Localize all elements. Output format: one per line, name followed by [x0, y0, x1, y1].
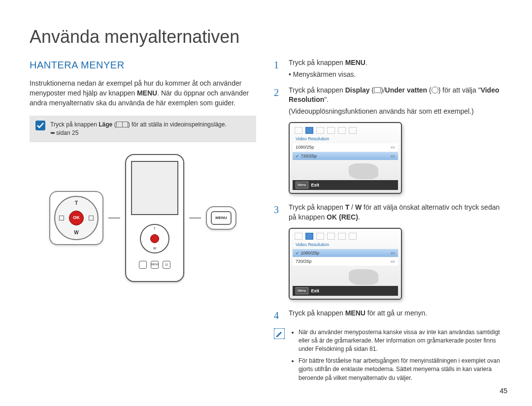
lcd-row-1: 720/25p▭ [293, 257, 398, 266]
step-number: 4 [274, 309, 283, 322]
step-number: 3 [274, 203, 283, 222]
page-title: Använda menyalternativen [30, 25, 502, 49]
lcd-screenshot-1: Video Resolution 1080/25p▭ ✓ 720/25p▭ Me… [289, 122, 402, 194]
underwater-icon [432, 87, 438, 94]
page-number: 45 [499, 386, 507, 396]
lcd-footer: MenuExit [293, 180, 398, 190]
lcd-tab-active [305, 233, 313, 240]
dpad-callout: OK T W [49, 191, 103, 245]
lcd-row-0-selected: ✓ 1080/25p▭ [293, 249, 398, 258]
camera-ok [150, 234, 159, 243]
hd-icon: ▭ [391, 153, 395, 159]
pencil-icon [274, 328, 285, 339]
camera-dpad: T W [140, 224, 169, 253]
step-number: 2 [274, 86, 283, 117]
left-icon [59, 216, 64, 220]
camera-btn-menu: MENU [151, 261, 159, 269]
lcd-preview [293, 266, 398, 286]
connector-line-2 [189, 218, 201, 219]
camera-buttons: MENU U [139, 261, 170, 269]
lcd-row-1-selected: ✓ 720/25p▭ [293, 152, 398, 161]
device-illustration: OK T W T W MENU U [30, 154, 256, 282]
menu-callout: MENU [206, 206, 236, 230]
step-3: 3 Tryck på knappen T / W för att välja ö… [274, 203, 502, 222]
final-notes: När du använder menyposterna kanske viss… [274, 328, 502, 385]
mode-note-text: Tryck på knappen Läge () för att ställa … [50, 121, 227, 137]
step-2: 2 Tryck på knappen Display ()/Under vatt… [274, 86, 502, 117]
intro-paragraph: Instruktionerna nedan är exempel på hur … [30, 79, 256, 108]
right-column: 1 Tryck på knappen MENU. Menyskärmen vis… [274, 58, 502, 385]
camera-btn-u: U [163, 261, 170, 269]
section-heading: HANTERA MENYER [30, 58, 256, 72]
display-icon [374, 87, 381, 93]
connector-line [108, 218, 120, 219]
lcd-preview [293, 160, 398, 180]
ok-button-illustration: OK [69, 211, 84, 225]
step-4: 4 Tryck på knappen MENU för att gå ur me… [274, 309, 502, 322]
camera-t: T [154, 226, 156, 231]
lcd-tabs [293, 126, 398, 136]
hd-icon: ▭ [391, 144, 395, 151]
camera-w: W [153, 246, 157, 251]
lcd-screenshot-2: Video Resolution ✓ 1080/25p▭ 720/25p▭ Me… [289, 228, 402, 300]
t-label: T [75, 200, 78, 207]
mode-icon [116, 122, 128, 127]
w-label: W [74, 229, 78, 236]
step-1: 1 Tryck på knappen MENU. Menyskärmen vis… [274, 58, 502, 79]
page-ref: sidan 25 [50, 129, 78, 136]
step-1-bullet: Menyskärmen visas. [289, 70, 502, 80]
hd-icon: ▭ [391, 258, 395, 265]
camera-body: T W MENU U [125, 154, 184, 282]
mode-note-box: Tryck på knappen Läge () för att ställa … [30, 116, 256, 142]
lcd-tab-active [305, 127, 313, 134]
step-2-note: (Videoupplösningsfunktionen används här … [289, 107, 502, 117]
lcd-tabs [293, 232, 398, 242]
camera-btn-1 [139, 261, 147, 269]
lcd-title: Video Resolution [293, 242, 398, 248]
lcd-title: Video Resolution [293, 136, 398, 142]
check-icon [35, 121, 45, 130]
lcd-footer: MenuExit [293, 286, 398, 296]
step-number: 1 [274, 58, 283, 79]
camera-screen [131, 161, 178, 215]
lcd-row-0: 1080/25p▭ [293, 143, 398, 152]
menu-button-illustration: MENU [211, 211, 232, 225]
hd-icon: ▭ [391, 250, 395, 256]
right-icon [89, 216, 94, 220]
left-column: HANTERA MENYER Instruktionerna nedan är … [30, 58, 256, 385]
final-note-1: När du använder menyposterna kanske viss… [299, 328, 502, 354]
final-note-2: För bättre förståelse har arbetsgången f… [299, 357, 502, 382]
